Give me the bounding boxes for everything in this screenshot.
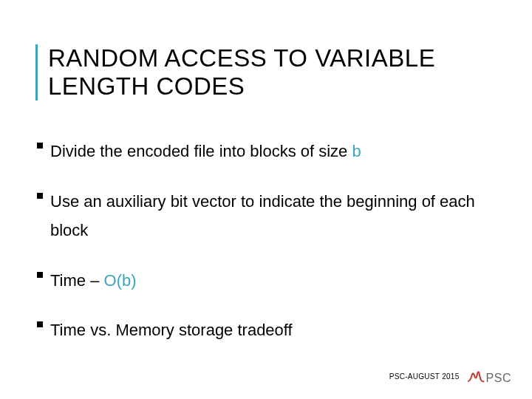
bullet-pre: Time vs. Memory storage tradeoff (50, 321, 293, 339)
list-item: Use an auxiliary bit vector to indicate … (37, 187, 495, 245)
bullet-accent: b (352, 142, 361, 160)
bullet-pre: Use an auxiliary bit vector to indicate … (50, 192, 475, 240)
list-item: Divide the encoded file into blocks of s… (37, 137, 495, 166)
footer-label: PSC-AUGUST 2015 (389, 372, 460, 381)
logo-wave-icon (467, 368, 485, 384)
bullet-pre: Time – (50, 271, 104, 290)
bullet-pre: Divide the encoded file into blocks of s… (50, 142, 352, 160)
list-item: Time – O(b) (37, 266, 495, 296)
bullet-icon (37, 272, 43, 278)
bullet-icon (37, 143, 43, 149)
logo-text: PSC (486, 372, 511, 384)
bullet-text: Time – O(b) (50, 266, 137, 296)
bullet-icon (37, 321, 43, 327)
psc-logo: PSC (467, 368, 511, 384)
footer: PSC-AUGUST 2015 PSC (389, 368, 511, 384)
bullet-text: Time vs. Memory storage tradeoff (50, 316, 293, 345)
slide-title: RANDOM ACCESS TO VARIABLE LENGTH CODES (48, 44, 502, 100)
content-area: Divide the encoded file into blocks of s… (37, 137, 495, 366)
bullet-text: Use an auxiliary bit vector to indicate … (50, 187, 495, 245)
bullet-accent: O(b) (104, 271, 137, 290)
list-item: Time vs. Memory storage tradeoff (37, 316, 495, 345)
bullet-icon (37, 193, 43, 199)
title-container: RANDOM ACCESS TO VARIABLE LENGTH CODES (35, 44, 502, 100)
bullet-text: Divide the encoded file into blocks of s… (50, 137, 361, 166)
